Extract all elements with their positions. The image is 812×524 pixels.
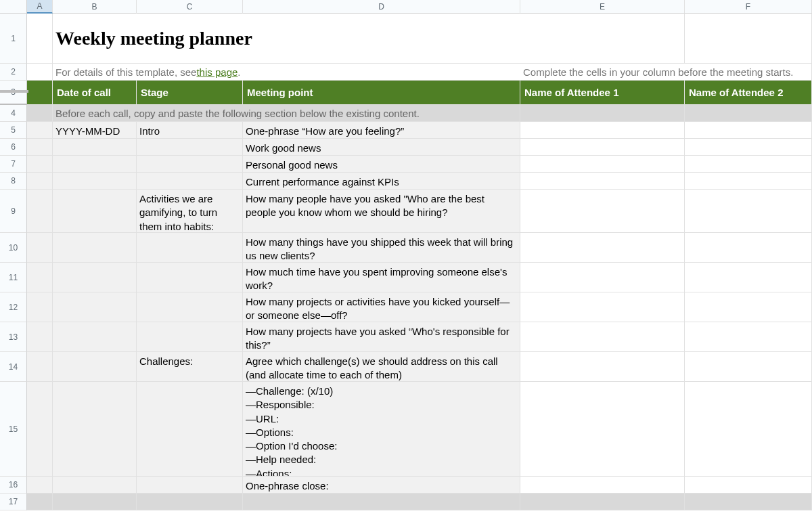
row-header-14[interactable]: 14 (0, 352, 27, 382)
cell-C16[interactable] (137, 477, 243, 494)
cell-F9[interactable] (685, 190, 812, 233)
cell-F8[interactable] (685, 173, 812, 190)
cell-F7[interactable] (685, 156, 812, 173)
cell-A10[interactable] (27, 233, 53, 263)
cell-B15[interactable] (53, 382, 137, 477)
cell-C17[interactable] (137, 494, 243, 510)
cell-E6[interactable] (520, 139, 685, 156)
cell-D16[interactable]: One-phrase close: (243, 477, 520, 494)
row-header-11[interactable]: 11 (0, 263, 27, 292)
cell-D8[interactable]: Current performance against KPIs (243, 173, 520, 190)
cell-D12[interactable]: How many projects or activities have you… (243, 292, 520, 322)
cell-D17[interactable] (243, 494, 520, 510)
col-header-B[interactable]: B (53, 0, 137, 14)
cell-A14[interactable] (27, 352, 53, 382)
cell-C9[interactable]: Activities we are gamifying, to turn the… (137, 190, 243, 233)
cell-E1[interactable] (520, 14, 685, 64)
row-header-4[interactable]: 4 (0, 105, 27, 122)
cell-A8[interactable] (27, 173, 53, 190)
title-cell[interactable]: Weekly meeting planner (53, 14, 520, 64)
row-header-5[interactable]: 5 (0, 122, 27, 139)
cell-E9[interactable] (520, 190, 685, 233)
cell-A5[interactable] (27, 122, 53, 139)
cell-A4[interactable] (27, 105, 53, 122)
cell-B5[interactable]: YYYY-MM-DD (53, 122, 137, 139)
col-header-A[interactable]: A (27, 0, 53, 14)
cell-E8[interactable] (520, 173, 685, 190)
cell-A16[interactable] (27, 477, 53, 494)
cell-F15[interactable] (685, 382, 812, 477)
cell-E5[interactable] (520, 122, 685, 139)
cell-A11[interactable] (27, 263, 53, 292)
cell-F4[interactable] (685, 105, 812, 122)
cell-F13[interactable] (685, 322, 812, 352)
cell-F12[interactable] (685, 292, 812, 322)
instruction-cell[interactable]: Before each call, copy and paste the fol… (53, 105, 520, 122)
row-header-8[interactable]: 8 (0, 173, 27, 190)
cell-D10[interactable]: How many things have you shipped this we… (243, 233, 520, 263)
cell-B14[interactable] (53, 352, 137, 382)
cell-B8[interactable] (53, 173, 137, 190)
cell-B7[interactable] (53, 156, 137, 173)
cell-D6[interactable]: Work good news (243, 139, 520, 156)
cell-F17[interactable] (685, 494, 812, 510)
row-header-12[interactable]: 12 (0, 292, 27, 322)
cell-C5[interactable]: Intro (137, 122, 243, 139)
cell-C14[interactable]: Challenges: (137, 352, 243, 382)
cell-B16[interactable] (53, 477, 137, 494)
cell-F14[interactable] (685, 352, 812, 382)
cell-F10[interactable] (685, 233, 812, 263)
col-header-D[interactable]: D (243, 0, 520, 14)
cell-D7[interactable]: Personal good news (243, 156, 520, 173)
cell-E15[interactable] (520, 382, 685, 477)
row-header-10[interactable]: 10 (0, 233, 27, 263)
cell-D14[interactable]: Agree which challenge(s) we should addre… (243, 352, 520, 382)
header-attendee-1[interactable]: Name of Attendee 1 (520, 81, 685, 105)
right-note-cell[interactable]: Complete the cells in your column before… (520, 64, 812, 81)
row-header-13[interactable]: 13 (0, 322, 27, 352)
cell-A9[interactable] (27, 190, 53, 233)
cell-C11[interactable] (137, 263, 243, 292)
cell-A6[interactable] (27, 139, 53, 156)
row-header-16[interactable]: 16 (0, 477, 27, 494)
cell-C8[interactable] (137, 173, 243, 190)
cell-C12[interactable] (137, 292, 243, 322)
cell-E11[interactable] (520, 263, 685, 292)
cell-E12[interactable] (520, 292, 685, 322)
col-header-F[interactable]: F (685, 0, 812, 14)
cell-C10[interactable] (137, 233, 243, 263)
cell-C13[interactable] (137, 322, 243, 352)
header-date[interactable]: Date of call (53, 81, 137, 105)
template-link[interactable]: this page (196, 66, 238, 78)
cell-E4[interactable] (520, 105, 685, 122)
corner-cell[interactable] (0, 0, 27, 14)
col-header-C[interactable]: C (137, 0, 243, 14)
header-stage[interactable]: Stage (137, 81, 243, 105)
cell-E14[interactable] (520, 352, 685, 382)
row-header-6[interactable]: 6 (0, 139, 27, 156)
cell-E7[interactable] (520, 156, 685, 173)
cell-D9[interactable]: How many people have you asked "Who are … (243, 190, 520, 233)
cell-B11[interactable] (53, 263, 137, 292)
cell-C15[interactable] (137, 382, 243, 477)
cell-B10[interactable] (53, 233, 137, 263)
cell-A3[interactable] (27, 81, 53, 105)
col-header-E[interactable]: E (520, 0, 685, 14)
cell-A12[interactable] (27, 292, 53, 322)
cell-B6[interactable] (53, 139, 137, 156)
header-attendee-2[interactable]: Name of Attendee 2 (685, 81, 812, 105)
cell-F11[interactable] (685, 263, 812, 292)
cell-D5[interactable]: One-phrase “How are you feeling?” (243, 122, 520, 139)
cell-E10[interactable] (520, 233, 685, 263)
row-header-17[interactable]: 17 (0, 494, 27, 510)
cell-F1[interactable] (685, 14, 812, 64)
cell-D11[interactable]: How much time have you spent improving s… (243, 263, 520, 292)
cell-F16[interactable] (685, 477, 812, 494)
cell-E13[interactable] (520, 322, 685, 352)
row-header-9[interactable]: 9 (0, 190, 27, 233)
row-header-7[interactable]: 7 (0, 156, 27, 173)
cell-B9[interactable] (53, 190, 137, 233)
cell-A2[interactable] (27, 64, 53, 81)
cell-C7[interactable] (137, 156, 243, 173)
cell-A13[interactable] (27, 322, 53, 352)
